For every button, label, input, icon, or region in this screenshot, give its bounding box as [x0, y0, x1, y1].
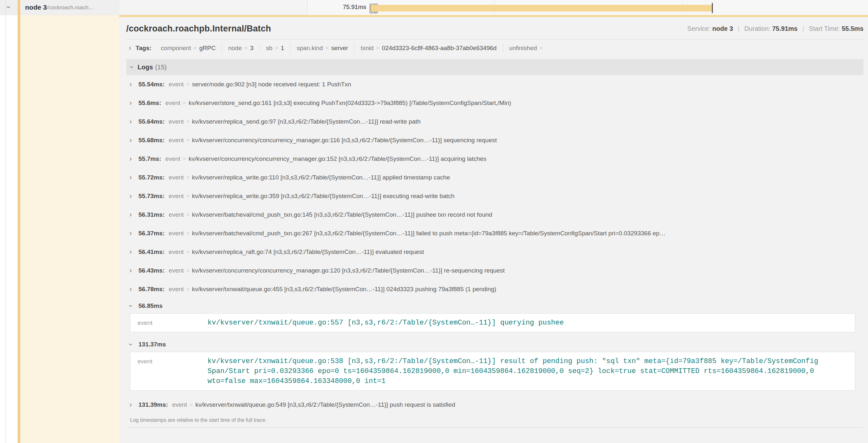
log-field-equals: =	[186, 174, 189, 181]
log-field-equals: =	[189, 402, 193, 408]
log-row-expand-chevron-icon[interactable]	[129, 118, 138, 125]
log-timestamp: 55.68ms:	[138, 137, 164, 144]
trace-timeline-span-row[interactable]: node 3 /cockroach.roach… 75.91ms	[0, 0, 868, 15]
collapse-span-chevron-icon[interactable]	[8, 3, 10, 11]
log-field-value: kv/kvserver/replica_write.go:110 [n3,s3,…	[192, 174, 450, 181]
log-row-expand-chevron-icon[interactable]	[129, 137, 138, 144]
log-row-expand-chevron-icon[interactable]	[129, 81, 138, 88]
tag-equals: =	[194, 45, 197, 52]
log-field-equals: =	[186, 286, 189, 293]
log-field-key: event	[172, 401, 187, 408]
tags-expand-chevron-icon[interactable]	[129, 45, 131, 52]
logs-collapse-chevron-icon[interactable]	[130, 64, 133, 71]
log-row[interactable]: 56.41ms: event = kv/kvserver/replica_raf…	[126, 243, 864, 261]
log-detail-field-key: event	[137, 318, 208, 328]
log-field-equals: =	[186, 118, 189, 125]
log-row-collapse-chevron-icon[interactable]	[129, 302, 138, 309]
log-timestamp: 131.37ms	[138, 341, 166, 348]
tag-equals: =	[540, 45, 543, 52]
log-row[interactable]: 56.37ms: event = kv/kvserver/batcheval/c…	[126, 224, 864, 243]
log-row[interactable]: 55.73ms: event = kv/kvserver/replica_wri…	[126, 187, 864, 205]
tag-item: component = gRPC	[155, 43, 222, 53]
log-timestamp: 55.73ms:	[138, 193, 164, 200]
log-row[interactable]: 55.72ms: event = kv/kvserver/replica_wri…	[126, 168, 864, 187]
log-row-expand-chevron-icon[interactable]	[129, 156, 138, 163]
log-field-equals: =	[183, 100, 186, 106]
final-log-tick-mark	[712, 3, 713, 13]
tag-item: sb = 1	[259, 43, 290, 53]
log-field-key: event	[165, 100, 180, 107]
log-field-equals: =	[186, 249, 189, 255]
log-detail-card: event kv/kvserver/txnwait/queue.go:538 […	[130, 352, 855, 391]
log-row-expand-chevron-icon[interactable]	[129, 267, 138, 274]
tag-value: 1	[281, 45, 284, 52]
log-timestamp: 56.37ms:	[138, 230, 164, 237]
tag-equals: =	[376, 45, 379, 52]
span-timeline-cell[interactable]: 75.91ms	[307, 0, 868, 15]
selected-span-row-highlight	[20, 15, 119, 443]
tags-label: Tags:	[135, 45, 151, 52]
log-row-expanded-header[interactable]: 131.37ms	[126, 337, 864, 352]
log-row[interactable]: 56.78ms: event = kv/kvserver/txnwait/que…	[126, 280, 864, 299]
span-detail-panel: /cockroach.roachpb.Internal/Batch Servic…	[119, 15, 868, 443]
log-rows: 55.54ms: event = server/node.go:902 [n3]…	[126, 75, 864, 414]
tag-key: sb	[266, 45, 272, 52]
log-field-equals: =	[186, 193, 189, 199]
log-row-expand-chevron-icon[interactable]	[129, 174, 138, 181]
log-detail-field-value: kv/kvserver/txnwait/queue.go:557 [n3,s3,…	[208, 318, 564, 328]
log-field-equals: =	[186, 81, 189, 88]
log-row-expand-chevron-icon[interactable]	[129, 211, 138, 218]
log-row-expand-chevron-icon[interactable]	[129, 248, 138, 255]
log-timestamp: 56.78ms:	[138, 286, 164, 293]
log-timestamp: 56.85ms	[138, 302, 162, 309]
log-row-expand-chevron-icon[interactable]	[129, 193, 138, 200]
log-field-value: kv/kvserver/batcheval/cmd_push_txn.go:26…	[192, 230, 665, 237]
log-row[interactable]: 55.7ms: event = kv/kvserver/concurrency/…	[126, 149, 864, 168]
start-time-value: 55.5ms	[842, 25, 864, 32]
tag-key: node	[228, 45, 242, 52]
log-row[interactable]: 55.6ms: event = kv/kvserver/store_send.g…	[126, 94, 864, 112]
log-timestamp: 55.7ms:	[138, 156, 161, 163]
tag-item: node = 3	[222, 43, 259, 53]
log-detail-field-key: event	[137, 356, 208, 386]
log-row-expand-chevron-icon[interactable]	[129, 230, 138, 237]
log-row[interactable]: 131.39ms: event = kv/kvserver/txnwait/qu…	[126, 396, 864, 414]
log-field-key: event	[169, 137, 183, 144]
logs-footer-note: Log timestamps are relative to the start…	[126, 414, 864, 427]
tag-value: gRPC	[199, 45, 216, 52]
tag-key: unfinished	[509, 45, 537, 52]
span-meta: Service: node 3|Duration: 75.91ms|Start …	[687, 25, 864, 32]
tags-section-header[interactable]: Tags: component = gRPC node = 3 sb = 1 s…	[126, 39, 864, 57]
log-row[interactable]: 55.54ms: event = server/node.go:902 [n3]…	[126, 75, 864, 94]
log-row[interactable]: 56.31ms: event = kv/kvserver/batcheval/c…	[126, 205, 864, 224]
log-timestamp: 55.54ms:	[138, 81, 164, 88]
start-time-label: Start Time:	[809, 25, 840, 32]
log-field-equals: =	[186, 230, 189, 237]
log-row-expand-chevron-icon[interactable]	[129, 100, 138, 107]
tag-value: 024d3323-6c8f-4863-aa8b-37ab0e63496d	[382, 45, 497, 52]
span-duration-bar[interactable]	[370, 5, 712, 11]
service-label: Service:	[687, 25, 711, 32]
section-divider	[126, 427, 864, 428]
log-row[interactable]: 55.68ms: event = kv/kvserver/concurrency…	[126, 131, 864, 149]
log-field-key: event	[169, 248, 183, 255]
span-color-stripe	[18, 0, 20, 443]
panel-left-border	[5, 0, 6, 443]
log-field-value: kv/kvserver/concurrency/concurrency_mana…	[192, 267, 505, 274]
log-row-expand-chevron-icon[interactable]	[129, 286, 138, 293]
logs-section-header[interactable]: Logs (15)	[126, 59, 864, 75]
log-row[interactable]: 55.64ms: event = kv/kvserver/replica_sen…	[126, 112, 864, 131]
log-timestamp: 56.43ms:	[138, 267, 164, 274]
logs-title: Logs	[137, 64, 153, 71]
log-field-key: event	[169, 230, 183, 237]
log-field-value: server/node.go:902 [n3] node received re…	[192, 81, 351, 88]
log-row-expanded-header[interactable]: 56.85ms	[126, 299, 864, 313]
log-field-key: event	[169, 193, 183, 200]
log-timestamp: 56.31ms:	[138, 211, 164, 218]
log-row[interactable]: 56.43ms: event = kv/kvserver/concurrency…	[126, 261, 864, 280]
log-field-value: kv/kvserver/txnwait/queue.go:549 [n3,s3,…	[195, 401, 455, 408]
log-row-collapse-chevron-icon[interactable]	[129, 341, 138, 348]
log-field-value: kv/kvserver/concurrency/concurrency_mana…	[192, 137, 497, 144]
log-row-expand-chevron-icon[interactable]	[129, 401, 138, 408]
tag-value: server	[331, 45, 348, 52]
